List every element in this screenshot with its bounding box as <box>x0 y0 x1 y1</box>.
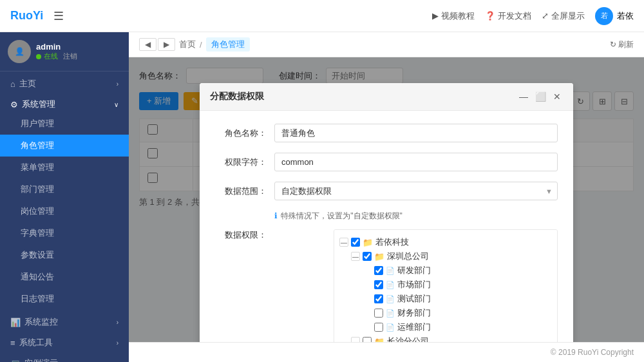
monitor-label: 系统监控 <box>24 316 58 328</box>
home-icon: ⌂ <box>10 79 15 89</box>
modal-controls: — ⬜ ✕ <box>518 91 563 102</box>
tree-checkbox-rd[interactable] <box>374 266 383 275</box>
tree-label-ops: 运维部门 <box>397 321 431 333</box>
user-menu[interactable]: 若 若依 <box>595 7 634 25</box>
breadcrumb-forward-btn[interactable]: ▶ <box>158 38 175 51</box>
data-scope-label: 数据范围： <box>215 186 267 197</box>
data-scope-row: 数据范围： 全部数据权限 自定数据权限 本部门数据权限 本部门及以下数据权限 仅… <box>215 182 558 200</box>
modal-maximize-btn[interactable]: ⬜ <box>535 91 546 102</box>
page-footer: © 2019 RuoYi Copyright <box>129 342 644 362</box>
logout-link[interactable]: 注销 <box>63 52 77 61</box>
sidebar-item-system-mgmt[interactable]: ⚙ 系统管理 ∨ <box>0 92 129 113</box>
data-perm-label: 数据权限： <box>215 229 267 241</box>
tree-label-finance: 财务部门 <box>397 307 431 319</box>
tree-children-shenzhen: 📄 研发部门 📄 市场部门 <box>363 263 552 334</box>
online-text: 在线 <box>44 52 58 61</box>
perm-char-label: 权限字符： <box>215 157 267 168</box>
hint-icon: ℹ <box>274 211 278 220</box>
hint-text: 特殊情况下，设置为"自定数据权限" <box>281 211 402 220</box>
system-mgmt-label: 系统管理 <box>22 99 55 110</box>
folder-icon-ops: 📄 <box>386 323 395 332</box>
sidebar-item-param-settings[interactable]: 参数设置 <box>0 244 129 266</box>
sidebar-item-log-mgmt[interactable]: 日志管理 <box>0 288 129 310</box>
sidebar-item-user-mgmt[interactable]: 用户管理 <box>0 113 129 135</box>
sidebar-username: admin <box>36 42 77 52</box>
demo-chevron: › <box>117 360 118 363</box>
tree-checkbox-root[interactable] <box>351 238 360 247</box>
sidebar-item-role-mgmt[interactable]: 角色管理 <box>0 135 129 157</box>
sidebar-item-home[interactable]: ⌂ 主页 › <box>0 71 129 92</box>
tree-checkbox-ops[interactable] <box>374 323 383 332</box>
home-chevron: › <box>117 81 118 88</box>
sidebar-item-dict-mgmt[interactable]: 字典管理 <box>0 222 129 244</box>
tools-chevron: › <box>117 339 118 347</box>
user-avatar: 若 <box>595 7 613 25</box>
fullscreen-icon: ⤢ <box>542 11 549 21</box>
sidebar-item-demo[interactable]: 💻 实例演示 › <box>0 351 129 362</box>
data-scope-select[interactable]: 全部数据权限 自定数据权限 本部门数据权限 本部门及以下数据权限 仅本人数据权限 <box>274 182 558 200</box>
breadcrumb-sep: / <box>200 40 202 50</box>
breadcrumb-left: ◀ ▶ 首页 / 角色管理 <box>139 37 250 52</box>
folder-icon-shenzhen: 📁 <box>374 252 384 262</box>
sidebar-user-info: admin 在线 注销 <box>36 42 77 61</box>
perm-char-row: 权限字符： <box>215 153 558 171</box>
breadcrumb-nav-btns: ◀ ▶ <box>139 38 175 51</box>
content-area: ◀ ▶ 首页 / 角色管理 ↻ 刷新 角色名称： 创建时间： <box>129 32 644 362</box>
sidebar-item-post-mgmt[interactable]: 岗位管理 <box>0 200 129 222</box>
refresh-label: 刷新 <box>618 39 634 50</box>
tree-label-shenzhen: 深圳总公司 <box>387 251 429 262</box>
nav-left: RuoYi ☰ <box>10 9 64 23</box>
fullscreen-link[interactable]: ⤢ 全屏显示 <box>542 10 585 22</box>
main-layout: 👤 admin 在线 注销 ⌂ 主页 › ⚙ 系统管理 ∨ <box>0 32 644 362</box>
tools-label: 系统工具 <box>19 337 53 348</box>
sidebar-user-status: 在线 注销 <box>36 52 77 61</box>
tree-expand-changsha[interactable]: — <box>351 337 360 342</box>
modal-close-btn[interactable]: ✕ <box>551 91 563 102</box>
sidebar-item-menu-mgmt[interactable]: 菜单管理 <box>0 157 129 178</box>
tree-checkbox-finance[interactable] <box>374 309 383 318</box>
refresh-button[interactable]: ↻ 刷新 <box>610 39 634 50</box>
tree-node-root: — 📁 若依科技 <box>339 235 552 249</box>
modal-minimize-btn[interactable]: — <box>518 91 529 102</box>
tree-checkbox-market[interactable] <box>374 280 383 289</box>
sidebar-item-system-tools[interactable]: ≡ 系统工具 › <box>0 330 129 351</box>
fullscreen-label: 全屏显示 <box>551 10 585 22</box>
role-name-label: 角色名称： <box>215 128 267 139</box>
online-dot <box>36 54 41 59</box>
breadcrumb-bar: ◀ ▶ 首页 / 角色管理 ↻ 刷新 <box>129 32 644 57</box>
folder-icon-rd: 📄 <box>386 267 395 275</box>
role-name-input[interactable] <box>274 124 558 142</box>
data-perm-row: 数据权限： — 📁 若依科技 <box>215 229 558 342</box>
breadcrumb-back-btn[interactable]: ◀ <box>139 38 156 51</box>
tree-node-finance: 📄 财务部门 <box>363 306 552 320</box>
username-display: 若依 <box>617 10 634 22</box>
perm-char-input[interactable] <box>274 153 558 171</box>
form-hint: ℹ 特殊情况下，设置为"自定数据权限" <box>274 211 558 222</box>
tree-checkbox-test[interactable] <box>374 294 383 303</box>
tree-node-rd: 📄 研发部门 <box>363 263 552 278</box>
tree-checkbox-changsha[interactable] <box>363 337 372 342</box>
tree-children-root: — 📁 深圳总公司 � <box>351 249 552 342</box>
video-tutorial-link[interactable]: ▶ 视频教程 <box>432 10 475 22</box>
tree-label-root: 若依科技 <box>375 236 409 248</box>
tree-expand-shenzhen[interactable]: — <box>351 252 360 261</box>
video-tutorial-label: 视频教程 <box>441 10 475 22</box>
tree-checkbox-shenzhen[interactable] <box>363 252 372 261</box>
folder-icon-root: 📁 <box>363 238 373 247</box>
breadcrumb-home[interactable]: 首页 <box>179 39 196 50</box>
hamburger-button[interactable]: ☰ <box>53 9 64 23</box>
tree-expand-root[interactable]: — <box>339 238 348 247</box>
tree-node-ops: 📄 运维部门 <box>363 320 552 334</box>
sidebar-item-dept-mgmt[interactable]: 部门管理 <box>0 178 129 200</box>
sidebar-item-notice[interactable]: 通知公告 <box>0 266 129 288</box>
refresh-icon: ↻ <box>610 40 616 49</box>
sidebar-avatar: 👤 <box>8 40 31 63</box>
data-perm-tree: — 📁 若依科技 — <box>334 229 558 342</box>
monitor-chevron: › <box>117 319 118 326</box>
video-icon: ▶ <box>432 11 439 21</box>
system-mgmt-icon: ⚙ <box>10 100 18 110</box>
dev-docs-link[interactable]: ❓ 开发文档 <box>485 10 531 22</box>
sidebar-item-system-monitor[interactable]: 📊 系统监控 › <box>0 310 129 330</box>
assign-data-perm-modal: 分配数据权限 — ⬜ ✕ 角色名称： <box>200 83 573 342</box>
tree-node-shenzhen: — 📁 深圳总公司 <box>351 249 552 263</box>
